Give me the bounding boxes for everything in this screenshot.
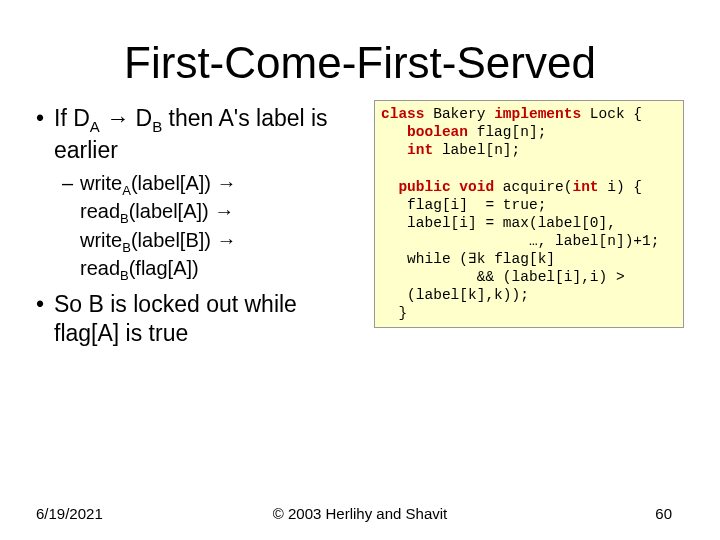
code-text: k flag[k]: [477, 251, 555, 267]
code-text: flag[i] = true;: [381, 197, 546, 213]
code-text: i) {: [607, 179, 642, 195]
code-text: while (: [381, 251, 468, 267]
footer-page-number: 60: [655, 505, 672, 522]
bullet-2: writeA(label[A]) → readB(label[A]) → wri…: [62, 171, 356, 284]
code-text: label[n];: [442, 142, 520, 158]
subscript-a: A: [90, 118, 100, 135]
code-text: Bakery: [433, 106, 494, 122]
left-column: If DA → DB then A's label is earlier wri…: [36, 98, 356, 354]
code-box: class Bakery implements Lock { boolean f…: [374, 100, 684, 328]
footer-date: 6/19/2021: [36, 505, 103, 522]
code-text: flag[n];: [477, 124, 547, 140]
footer: 6/19/2021 © 2003 Herlihy and Shavit 60: [0, 505, 720, 522]
keyword: public void: [381, 179, 503, 195]
subscript: A: [122, 183, 131, 198]
bullet-1: If DA → DB then A's label is earlier: [36, 104, 356, 165]
subscript: B: [120, 268, 129, 283]
keyword: boolean: [381, 124, 477, 140]
code-text: acquire(: [503, 179, 573, 195]
slide: First-Come-First-Served If DA → DB then …: [0, 0, 720, 540]
text-fragment: D: [136, 105, 153, 131]
bullet-3: So B is locked out while flag[A] is true: [36, 290, 356, 348]
text-fragment: (flag[A]): [129, 257, 199, 279]
slide-body: If DA → DB then A's label is earlier wri…: [0, 98, 720, 354]
exists-symbol: ∃: [468, 251, 477, 267]
text-fragment: write: [80, 172, 122, 194]
code-text: (label[k],k));: [381, 287, 529, 303]
text-fragment: If D: [54, 105, 90, 131]
subscript: B: [122, 240, 131, 255]
keyword: implements: [494, 106, 590, 122]
footer-copyright: © 2003 Herlihy and Shavit: [273, 505, 448, 522]
code-text: && (label[i],i) >: [381, 269, 625, 285]
subscript-b: B: [152, 118, 162, 135]
keyword: int: [381, 142, 442, 158]
right-column: class Bakery implements Lock { boolean f…: [374, 98, 684, 354]
slide-title: First-Come-First-Served: [0, 0, 720, 98]
subscript: B: [120, 211, 129, 226]
keyword: int: [572, 179, 607, 195]
code-text: Lock {: [590, 106, 642, 122]
code-text: }: [381, 305, 407, 321]
code-text: label[i] = max(label[0],: [381, 215, 616, 231]
arrow-text: →: [100, 105, 136, 131]
code-text: …, label[n])+1;: [381, 233, 659, 249]
keyword: class: [381, 106, 433, 122]
